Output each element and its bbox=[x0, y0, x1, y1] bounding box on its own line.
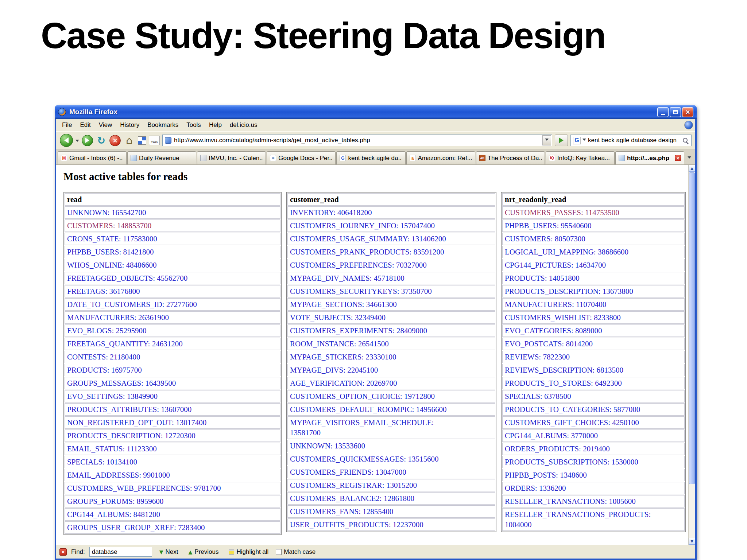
highlight-all-button[interactable]: Highlight all bbox=[226, 547, 271, 557]
table-link[interactable]: PRODUCTS_ATTRIBUTES: 13607000 bbox=[67, 405, 191, 414]
table-link[interactable]: LOGICAL_URI_MAPPING: 38686600 bbox=[505, 248, 628, 256]
table-link[interactable]: CUSTOMERS_USAGE_SUMMARY: 131406200 bbox=[290, 234, 446, 243]
table-link[interactable]: CONTESTS: 21180400 bbox=[67, 353, 140, 361]
table-link[interactable]: USER_OUTFITS_PRODUCTS: 12237000 bbox=[290, 520, 423, 529]
menu-history[interactable]: History bbox=[116, 120, 143, 130]
table-link[interactable]: PRODUCTS_TO_CATEGORIES: 5877000 bbox=[505, 405, 640, 414]
table-link[interactable]: PHPBB_POSTS: 1348600 bbox=[505, 471, 587, 479]
table-link[interactable]: REVIEWS_DESCRIPTION: 6813500 bbox=[505, 366, 623, 374]
table-link[interactable]: EVO_SETTINGS: 13849900 bbox=[67, 392, 158, 401]
tab-list-dropdown-button[interactable] bbox=[685, 152, 694, 164]
table-link[interactable]: MYPAGE_VISITORS_EMAIL_SCHEDULE:13581700 bbox=[290, 418, 434, 437]
menu-help[interactable]: Help bbox=[205, 120, 225, 130]
table-link[interactable]: CUSTOMERS_PASSES: 114753500 bbox=[505, 208, 619, 217]
table-link[interactable]: SPECIALS: 6378500 bbox=[505, 392, 571, 401]
url-dropdown-button[interactable] bbox=[542, 135, 551, 145]
table-link[interactable]: CUSTOMERS_REGISTRAR: 13015200 bbox=[290, 481, 417, 490]
search-query[interactable]: kent beck agile database design bbox=[588, 137, 680, 144]
table-link[interactable]: MYPAGE_STICKERS: 23330100 bbox=[290, 353, 396, 361]
url-bar[interactable]: http://www.imvu.com/catalog/admin-script… bbox=[162, 135, 552, 146]
menu-view[interactable]: View bbox=[95, 120, 116, 130]
search-engine-dropdown-icon[interactable] bbox=[582, 139, 586, 143]
table-link[interactable]: FREETAGGED_OBJECTS: 45562700 bbox=[67, 274, 187, 283]
table-link[interactable]: MANUFACTURERS: 26361900 bbox=[67, 313, 169, 322]
table-link[interactable]: CUSTOMERS_WEB_PREFERENCES: 9781700 bbox=[67, 484, 221, 493]
minimize-button[interactable] bbox=[657, 107, 669, 117]
tab-3[interactable]: IMVU, Inc. - Calen... bbox=[197, 151, 266, 164]
table-link[interactable]: CPG144_PICTURES: 14634700 bbox=[505, 261, 606, 269]
menu-bookmarks[interactable]: Bookmarks bbox=[144, 120, 182, 130]
menu-file[interactable]: File bbox=[58, 120, 76, 130]
scroll-up-icon[interactable]: ▲ bbox=[689, 165, 695, 172]
table-link[interactable]: CPG144_ALBUMS: 8481200 bbox=[67, 510, 160, 519]
table-link[interactable]: FREETAGS_QUANTITY: 24631200 bbox=[67, 339, 183, 348]
tab-close-icon[interactable]: × bbox=[675, 155, 681, 161]
table-link[interactable]: SPECIALS: 10134100 bbox=[67, 458, 137, 466]
table-link[interactable]: CUSTOMERS_GIFT_CHOICES: 4250100 bbox=[505, 418, 639, 427]
tab-6[interactable]: aAmazon.com: Ref... bbox=[406, 151, 475, 164]
titlebar[interactable]: Mozilla Firefox × bbox=[55, 105, 697, 119]
find-next-button[interactable]: ▼ Next bbox=[156, 547, 181, 557]
url-text[interactable]: http://www.imvu.com/catalog/admin-script… bbox=[174, 137, 540, 144]
table-link[interactable]: CUSTOMERS_OPTION_CHOICE: 19712800 bbox=[290, 392, 435, 401]
home-button[interactable]: ⌂ bbox=[123, 135, 135, 147]
search-box[interactable]: G kent beck agile database design bbox=[570, 135, 692, 146]
table-link[interactable]: CUSTOMERS: 148853700 bbox=[67, 221, 151, 230]
table-link[interactable]: UNKNOWN: 13533600 bbox=[290, 442, 365, 450]
table-link[interactable]: CUSTOMERS_QUICKMESSAGES: 13515600 bbox=[290, 455, 438, 463]
tab-7[interactable]: ADThe Process of Da... bbox=[476, 151, 545, 164]
table-link[interactable]: CUSTOMERS_DEFAULT_ROOMPIC: 14956600 bbox=[290, 405, 447, 414]
table-link[interactable]: PRODUCTS_TO_STORES: 6492300 bbox=[505, 379, 622, 388]
delicious-icon[interactable] bbox=[138, 136, 146, 145]
tab-9[interactable]: http://...es.php× bbox=[615, 151, 684, 164]
table-link[interactable]: RESELLER_TRANSACTIONS_PRODUCTS:1004000 bbox=[505, 510, 651, 529]
table-link[interactable]: ORDERS: 1336200 bbox=[505, 484, 566, 493]
table-link[interactable]: CUSTOMERS_EXPERIMENTS: 28409000 bbox=[290, 326, 427, 335]
search-engine-icon[interactable]: G bbox=[573, 137, 581, 144]
find-input[interactable] bbox=[89, 547, 152, 557]
table-link[interactable]: CUSTOMERS: 80507300 bbox=[505, 234, 585, 243]
tab-5[interactable]: Gkent beck agile da... bbox=[336, 151, 405, 164]
table-link[interactable]: PRODUCTS_DESCRIPTION: 12720300 bbox=[67, 431, 196, 440]
scrollbar-thumb[interactable] bbox=[689, 172, 695, 484]
tab-4[interactable]: ≡Google Docs - Per... bbox=[267, 151, 336, 164]
table-link[interactable]: CUSTOMERS_JOURNEY_INFO: 157047400 bbox=[290, 221, 435, 230]
table-link[interactable]: CUSTOMERS_WISHLIST: 8233800 bbox=[505, 313, 621, 322]
find-previous-button[interactable]: ▲ Previous bbox=[186, 547, 222, 557]
table-link[interactable]: ROOM_INSTANCE: 26541500 bbox=[290, 339, 389, 348]
table-link[interactable]: NON_REGISTERED_OPT_OUT: 13017400 bbox=[67, 418, 206, 427]
back-history-dropdown-icon[interactable] bbox=[76, 140, 79, 144]
close-button[interactable]: × bbox=[682, 107, 693, 117]
table-link[interactable]: CUSTOMERS_SECURITYKEYS: 37350700 bbox=[290, 287, 432, 296]
table-link[interactable]: REVIEWS: 7822300 bbox=[505, 353, 570, 361]
tab-8[interactable]: iQInfoQ: Key Takea... bbox=[546, 151, 615, 164]
table-link[interactable]: EVO_BLOGS: 25295900 bbox=[67, 326, 147, 335]
table-link[interactable]: PRODUCTS_SUBSCRIPTIONS: 1530000 bbox=[505, 458, 638, 466]
table-link[interactable]: MANUFACTURERS: 11070400 bbox=[505, 300, 606, 309]
table-link[interactable]: EMAIL_STATUS: 11123300 bbox=[67, 444, 157, 453]
table-link[interactable]: PRODUCTS_DESCRIPTION: 13673800 bbox=[505, 287, 633, 296]
table-link[interactable]: PHPBB_USERS: 81421800 bbox=[67, 248, 154, 256]
table-link[interactable]: EMAIL_ADDRESSES: 9901000 bbox=[67, 471, 170, 479]
table-link[interactable]: CUSTOMERS_FANS: 12855400 bbox=[290, 507, 393, 516]
table-link[interactable]: CUSTOMERS_PREFERENCES: 70327000 bbox=[290, 261, 427, 269]
maximize-button[interactable] bbox=[670, 107, 681, 117]
table-link[interactable]: ORDERS_PRODUCTS: 2019400 bbox=[505, 444, 610, 453]
table-link[interactable]: FREETAGS: 36176800 bbox=[67, 287, 140, 296]
back-button[interactable] bbox=[60, 134, 73, 147]
reload-button[interactable]: ↻ bbox=[96, 135, 107, 146]
table-link[interactable]: CPG144_ALBUMS: 3770000 bbox=[505, 431, 598, 440]
table-link[interactable]: MYPAGE_SECTIONS: 34661300 bbox=[290, 300, 397, 309]
go-button[interactable] bbox=[555, 135, 568, 146]
table-link[interactable]: PRODUCTS: 16975700 bbox=[67, 366, 142, 374]
table-link[interactable]: RESELLER_TRANSACTIONS: 1005600 bbox=[505, 497, 636, 506]
table-link[interactable]: EVO_CATEGORIES: 8089000 bbox=[505, 326, 602, 335]
table-link[interactable]: UNKNOWN: 165542700 bbox=[67, 208, 146, 217]
table-link[interactable]: MYPAGE_DIVS: 22045100 bbox=[290, 366, 378, 374]
table-link[interactable]: CRONS_STATE: 117583000 bbox=[67, 234, 157, 243]
search-icon[interactable] bbox=[682, 137, 689, 144]
table-link[interactable]: GROUPS_USER_GROUP_XREF: 7283400 bbox=[67, 523, 205, 532]
forward-button[interactable] bbox=[82, 135, 93, 146]
table-link[interactable]: AGE_VERIFICATION: 20269700 bbox=[290, 379, 397, 388]
table-link[interactable]: CUSTOMERS_FRIENDS: 13047000 bbox=[290, 468, 406, 477]
